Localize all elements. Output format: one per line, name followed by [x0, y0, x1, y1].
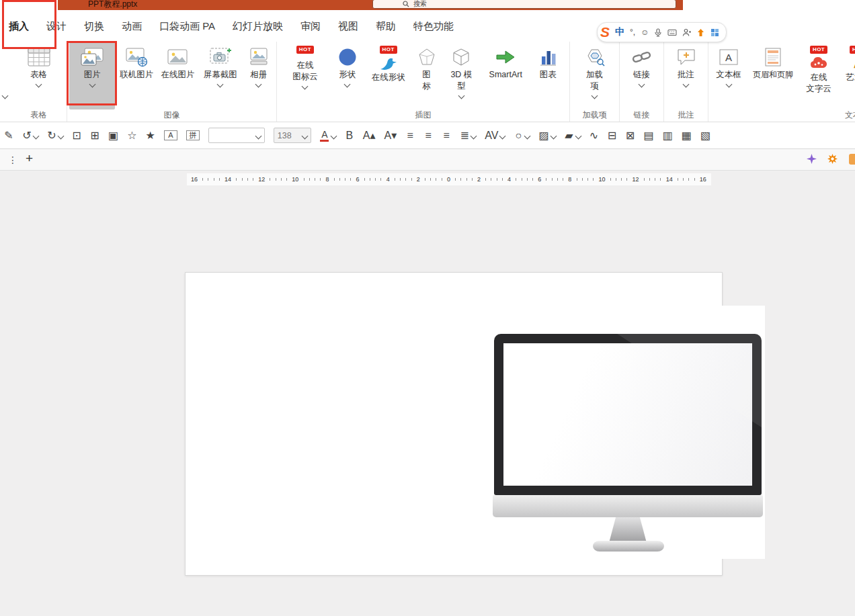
upload-icon[interactable]: [696, 28, 705, 37]
group-objects-icon[interactable]: ▦: [682, 130, 692, 141]
word-cloud-button[interactable]: HOT 在线 文字云: [800, 42, 838, 109]
pictures-icon: [80, 46, 104, 69]
3d-model-button[interactable]: 3D 模 型: [444, 42, 479, 109]
icons-icon: [417, 46, 436, 69]
ime-lang-toggle[interactable]: 中: [615, 26, 624, 38]
fill-color-button[interactable]: ▨: [538, 130, 555, 141]
dropdown-chevron: [302, 83, 309, 90]
inserted-picture[interactable]: [489, 306, 765, 559]
horizontal-ruler[interactable]: 1614121086420246810121416: [187, 173, 711, 185]
photo-album-button[interactable]: 相册: [243, 42, 274, 109]
dropdown-chevron: [301, 132, 308, 139]
increase-font-button[interactable]: A▴: [363, 130, 376, 141]
tab-审阅[interactable]: 审阅: [292, 11, 329, 42]
table-button[interactable]: 表格: [22, 42, 56, 109]
new-slide-button[interactable]: +: [26, 151, 33, 166]
ime-emoji[interactable]: ☺: [641, 28, 649, 37]
star-effect-icon[interactable]: ★: [145, 130, 155, 141]
shape-outline-button[interactable]: ○: [514, 130, 530, 141]
dropdown-chevron: [471, 132, 477, 139]
bring-forward-icon[interactable]: ▤: [644, 130, 654, 141]
tab-幻灯片放映[interactable]: 幻灯片放映: [224, 11, 292, 42]
char-spacing-button[interactable]: AV: [485, 130, 505, 141]
export-image-icon[interactable]: ▣: [108, 130, 118, 141]
ruler-number: 2: [417, 176, 420, 183]
plugin-gear-icon[interactable]: [827, 154, 839, 165]
3d-model-icon: [452, 46, 471, 69]
plugin-star-icon[interactable]: [807, 154, 818, 165]
rotate-objects-icon[interactable]: ⊠: [626, 130, 635, 141]
textbox-button[interactable]: A 文本框: [711, 42, 746, 109]
chart-button[interactable]: 图表: [532, 42, 563, 109]
wordart-icon: A: [850, 55, 855, 71]
ruler-tick: [587, 178, 588, 181]
tab-视图[interactable]: 视图: [329, 11, 367, 42]
tab-口袋动画 PA[interactable]: 口袋动画 PA: [151, 11, 224, 42]
send-backward-icon[interactable]: ▥: [663, 130, 673, 141]
partial-plugin-icon[interactable]: [849, 154, 855, 165]
font-size-combobox[interactable]: 138: [274, 128, 311, 143]
tab-帮助[interactable]: 帮助: [367, 11, 405, 42]
pin-icon[interactable]: ✎: [4, 130, 13, 141]
ruler-tick: [253, 178, 253, 181]
curve-tool-icon[interactable]: ∿: [589, 130, 599, 141]
ruler-number: 14: [666, 176, 673, 183]
slide-layout-icon[interactable]: ⊞: [90, 130, 99, 141]
bold-button[interactable]: B: [345, 130, 354, 141]
keyboard-icon[interactable]: [667, 29, 677, 36]
addins-icon: [585, 46, 605, 69]
ribbon-overflow-chevron[interactable]: [2, 93, 9, 99]
icons-button[interactable]: 图 标: [414, 42, 440, 109]
online-icon-cloud-button[interactable]: HOT 在线 图标云: [283, 42, 327, 109]
dropdown-chevron: [639, 81, 645, 88]
phonetic-guide-icon[interactable]: 拼: [186, 130, 200, 140]
online-shapes-button[interactable]: HOT 在线形状: [368, 42, 409, 109]
tab-设计[interactable]: 设计: [38, 11, 75, 42]
apps-grid-icon[interactable]: [710, 28, 719, 37]
shapes-button[interactable]: 形状: [332, 42, 363, 109]
mic-icon[interactable]: [654, 28, 662, 37]
ungroup-objects-icon[interactable]: ▧: [700, 130, 710, 141]
ruler-tick: [626, 178, 627, 181]
tab-特色功能[interactable]: 特色功能: [405, 11, 462, 42]
online-pictures-button[interactable]: 联机图片: [116, 42, 157, 109]
addins-button[interactable]: 加载 项: [577, 42, 613, 109]
slide-panel-bar: ⋮ +: [0, 149, 855, 171]
font-name-combobox[interactable]: [208, 128, 265, 143]
person-icon[interactable]: [682, 28, 691, 37]
tab-切换[interactable]: 切换: [75, 11, 113, 42]
align-left-button[interactable]: ≡: [405, 130, 415, 141]
highlight-button[interactable]: ▰: [565, 130, 581, 141]
redo-button[interactable]: ↻: [47, 130, 63, 141]
ribbon-left-edge: [0, 42, 11, 122]
ruler-number: 6: [538, 176, 541, 183]
search-box[interactable]: 搜索: [372, 0, 676, 9]
ruler-tick: [339, 178, 340, 181]
pictures-button[interactable]: 图片: [69, 42, 115, 109]
group-label: 图像: [67, 109, 276, 121]
wordart-button[interactable]: HOT A 艺术字: [840, 42, 855, 109]
font-color-button[interactable]: A: [320, 130, 336, 142]
undo-button[interactable]: ↺: [22, 130, 38, 141]
align-center-button[interactable]: ≡: [423, 130, 433, 141]
tab-插入[interactable]: 插入: [0, 11, 38, 42]
tab-动画[interactable]: 动画: [113, 11, 151, 42]
play-slideshow-icon[interactable]: ⊡: [72, 130, 81, 141]
header-footer-button[interactable]: 页眉和页脚: [749, 42, 797, 109]
web-pictures-button[interactable]: 在线图片: [158, 42, 197, 109]
link-button[interactable]: 链接: [626, 42, 658, 109]
align-right-button[interactable]: ≡: [442, 130, 451, 141]
search-placeholder: 搜索: [413, 0, 427, 9]
more-options-icon[interactable]: ⋮: [8, 155, 17, 165]
distribute-text-button[interactable]: ≣: [460, 130, 476, 141]
character-border-icon[interactable]: A: [164, 130, 177, 140]
decrease-font-button[interactable]: A▾: [384, 130, 397, 141]
screenshot-button[interactable]: 屏幕截图: [198, 42, 243, 109]
comment-button[interactable]: 批注: [670, 42, 702, 109]
powerpoint-window: PPT教程.pptx 搜索 插入设计切换动画口袋动画 PA幻灯片放映审阅视图帮助…: [0, 0, 855, 616]
smartart-button[interactable]: SmartArt: [483, 42, 528, 109]
ime-punctuation[interactable]: °,: [630, 28, 635, 37]
align-objects-icon[interactable]: ⊟: [608, 130, 617, 141]
web-pictures-icon: [167, 46, 188, 69]
favorite-star-icon[interactable]: ☆: [127, 130, 136, 141]
